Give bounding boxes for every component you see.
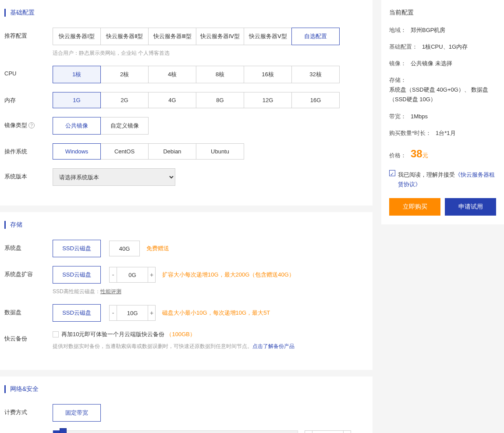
- sysver-select[interactable]: 请选择系统版本: [53, 168, 175, 186]
- sidebar: 当前配置 地域：郑州BGP机房 基础配置：1核CPU、1G内存 镜像：公共镜像 …: [381, 0, 504, 224]
- agree-checkbox[interactable]: [389, 170, 395, 176]
- sysdisk-note: 免费赠送: [146, 245, 169, 252]
- mem-opt-8[interactable]: 8G: [196, 92, 244, 108]
- bw-slider[interactable]: 10M 50M 200M: [53, 430, 298, 433]
- backup-link[interactable]: 点击了解备份产品: [252, 343, 295, 349]
- sysext-perf: SSD高性能云磁盘：性能评测: [53, 288, 364, 295]
- help-icon[interactable]: ?: [28, 122, 35, 128]
- sysext-plus[interactable]: +: [148, 267, 156, 283]
- section-title-storage: 存储: [4, 221, 364, 229]
- datadisk-plus[interactable]: +: [148, 305, 156, 321]
- os-centos[interactable]: CentOS: [100, 143, 149, 160]
- os-ubuntu[interactable]: Ubuntu: [196, 143, 244, 160]
- rec-opt-3[interactable]: 快云服务器Ⅲ型: [148, 28, 196, 45]
- cpu-opt-4[interactable]: 4核: [148, 66, 196, 83]
- bw-handle[interactable]: [60, 428, 67, 433]
- cpu-opt-8[interactable]: 8核: [196, 66, 244, 83]
- os-debian[interactable]: Debian: [148, 143, 196, 160]
- bw-minus[interactable]: -: [305, 430, 312, 433]
- billing-label: 计费方式: [4, 404, 53, 416]
- cpu-opt-16[interactable]: 16核: [244, 66, 292, 83]
- backup-text: 再加10元即可体验一个月云端版快云备份: [61, 330, 164, 338]
- sysext-val[interactable]: 0G: [117, 267, 148, 283]
- side-region: 郑州BGP机房: [411, 25, 445, 35]
- mem-label: 内存: [4, 92, 53, 104]
- bw-val[interactable]: 1M: [312, 430, 343, 433]
- side-title: 当前配置: [389, 9, 496, 17]
- billing-opt[interactable]: 固定带宽: [53, 404, 101, 422]
- rec-opt-custom[interactable]: 自选配置: [291, 28, 340, 45]
- cpu-opt-1[interactable]: 1核: [53, 66, 101, 83]
- rec-opt-1[interactable]: 快云服务器Ⅰ型: [53, 28, 101, 45]
- side-price: 38: [411, 145, 422, 163]
- side-image: 公共镜像 未选择: [411, 59, 452, 68]
- backup-label: 快云备份: [4, 330, 53, 343]
- datadisk-val[interactable]: 10G: [117, 305, 148, 321]
- backup-amt: （100GB）: [166, 330, 195, 338]
- datadisk-type[interactable]: SSD云磁盘: [53, 304, 101, 322]
- sysdisk-label: 系统盘: [4, 240, 53, 252]
- trial-button[interactable]: 申请试用: [445, 198, 496, 216]
- mem-opt-4[interactable]: 4G: [148, 92, 196, 108]
- sysext-label: 系统盘扩容: [4, 266, 53, 278]
- side-bw: 1Mbps: [411, 112, 428, 121]
- rec-label: 推荐配置: [4, 28, 53, 40]
- mem-opt-2[interactable]: 2G: [100, 92, 149, 108]
- rec-opt-5[interactable]: 快云服务器Ⅴ型: [244, 28, 292, 45]
- sysdisk-type[interactable]: SSD云磁盘: [53, 240, 101, 257]
- backup-hint: 提供对数据实时备份，当遭勒索病毒或数据误删时，可快速还原数据到任意时间节点。点击…: [53, 343, 364, 350]
- datadisk-minus[interactable]: -: [109, 305, 117, 321]
- sysdisk-size: 40G: [109, 241, 140, 256]
- os-windows[interactable]: Windows: [53, 143, 101, 160]
- datadisk-note: 磁盘大小最小10G，每次递增10G，最大5T: [162, 309, 270, 317]
- rec-opt-4[interactable]: 快云服务器Ⅳ型: [196, 28, 244, 45]
- os-label: 操作系统: [4, 143, 53, 156]
- rec-hint: 适合用户：静态展示类网站，企业站 个人博客首选: [53, 50, 364, 57]
- imgtype-public[interactable]: 公共镜像: [53, 117, 101, 135]
- rec-opt-2[interactable]: 快云服务器Ⅱ型: [100, 28, 149, 45]
- imgtype-custom[interactable]: 自定义镜像: [100, 117, 149, 135]
- side-storage: 系统盘（SSD硬盘 40G+0G）、 数据盘（SSD硬盘 10G）: [389, 85, 496, 104]
- mem-opt-16[interactable]: 16G: [291, 92, 340, 108]
- buy-button[interactable]: 立即购买: [389, 198, 440, 216]
- perf-link[interactable]: 性能评测: [100, 288, 121, 295]
- backup-checkbox[interactable]: [53, 331, 59, 337]
- section-title-network: 网络&安全: [4, 385, 364, 393]
- sysext-note: 扩容大小每次递增10G，最大200G（包含赠送40G）: [162, 271, 295, 279]
- sysext-minus[interactable]: -: [109, 267, 117, 283]
- sysver-label: 系统版本: [4, 168, 53, 181]
- side-qty: 1台*1月: [436, 128, 456, 138]
- section-title-basic: 基础配置: [4, 9, 364, 17]
- cpu-opt-32[interactable]: 32核: [291, 66, 340, 83]
- sysext-type[interactable]: SSD云磁盘: [53, 266, 101, 284]
- mem-opt-1[interactable]: 1G: [53, 92, 101, 108]
- mem-opt-12[interactable]: 12G: [244, 92, 292, 108]
- bw-label: 公网带宽: [4, 430, 53, 433]
- side-basic: 1核CPU、1G内存: [422, 42, 468, 52]
- cpu-opt-2[interactable]: 2核: [100, 66, 149, 83]
- datadisk-label: 数据盘: [4, 304, 53, 316]
- bw-plus[interactable]: +: [343, 430, 351, 433]
- cpu-label: CPU: [4, 66, 53, 77]
- imgtype-label: 镜像类型?: [4, 117, 53, 129]
